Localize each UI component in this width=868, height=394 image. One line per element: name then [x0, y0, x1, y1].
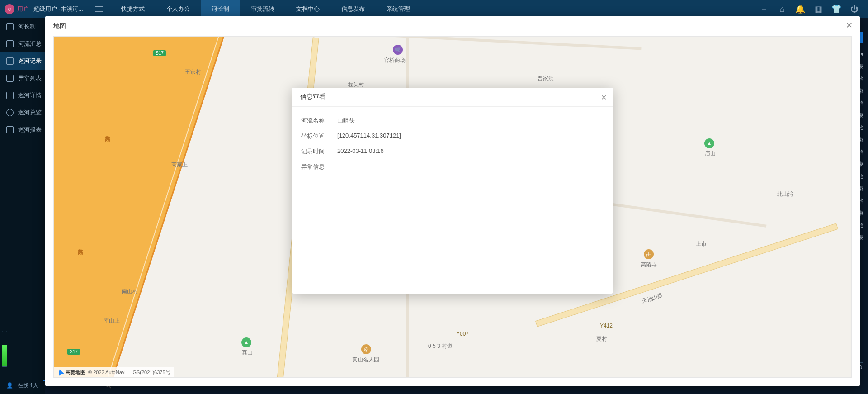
poi-shop-icon: 🛒 [393, 45, 403, 55]
map-modal-header: 地图 ✕ [45, 16, 860, 36]
poi-mountain-icon: ▲ [241, 337, 251, 347]
power-icon[interactable]: ⏻ [850, 5, 859, 14]
map-label-zhenshanmingren: 真山名人园 [352, 356, 379, 364]
info-dialog-header: 信息查看 ✕ [292, 88, 613, 107]
map-label-gaolingsi: 高陵寺 [641, 261, 657, 269]
info-row-time: 记录时间 2022-03-11 08:16 [301, 144, 604, 159]
sidebar-toggle[interactable] [88, 6, 110, 12]
user-name: 超级用户 -木渎河... [33, 5, 83, 13]
info-dialog-body: 河流名称 山咀头 坐标位置 [120.457114,31.307121] 记录时… [292, 107, 613, 181]
detail-icon [6, 92, 14, 99]
map-label-miaoshan: 庙山 [705, 150, 716, 157]
nav-personal[interactable]: 个人办公 [156, 0, 201, 18]
map-label-xiacun: 夏村 [596, 335, 607, 343]
map-modal: 地图 ✕ S17 S17 苏台高速 苏台高速 🛒 官桥商场 王家村 堰头村 曹家… [45, 16, 860, 386]
sidebar-item-river-summary[interactable]: 河流汇总 [0, 35, 45, 52]
info-row-river: 河流名称 山咀头 [301, 113, 604, 128]
sidebar-item-patrol-detail[interactable]: 巡河详情 [0, 87, 45, 104]
poi-scenic-icon: ◎ [361, 344, 371, 354]
add-icon[interactable]: ＋ [760, 5, 769, 14]
nav-docs[interactable]: 文档中心 [285, 0, 330, 18]
map-label-guanqiao: 官桥商场 [384, 57, 406, 64]
map-label-caojiabang: 曹家浜 [538, 75, 554, 82]
logo-area: ☺ 用户 超级用户 -木渎河... [0, 4, 88, 14]
map-label-wangjiacun: 王家村 [185, 68, 201, 76]
sidebar-item-exception[interactable]: 异常列表 [0, 70, 45, 87]
amap-logo: 高德地图 [57, 369, 85, 376]
map-label-gaojiashang: 高家上 [171, 161, 188, 169]
user-label: 用户 [17, 5, 29, 13]
map-label-cundao: 0 5 3 村道 [428, 342, 453, 350]
report-icon [6, 126, 14, 133]
map-modal-title: 地图 [53, 22, 66, 30]
road-badge-s17a: S17 [153, 50, 166, 56]
record-icon [6, 57, 14, 65]
sound-meter [2, 331, 7, 367]
map-attribution: 高德地图 © 2022 AutoNavi - GS(2021)6375号 [54, 367, 174, 377]
highway-shape [53, 36, 230, 378]
amap-icon [57, 368, 65, 376]
nav-quick[interactable]: 快捷方式 [110, 0, 156, 18]
warn-icon [6, 75, 14, 82]
top-nav: ☺ 用户 超级用户 -木渎河... 快捷方式 个人办公 河长制 审批流转 文档中… [0, 0, 868, 18]
poi-temple-icon: 卍 [644, 249, 654, 259]
theme-icon[interactable]: 👕 [832, 5, 841, 14]
nav-info[interactable]: 信息发布 [330, 0, 376, 18]
map-label-beishanwan: 北山湾 [777, 190, 793, 198]
info-row-coord: 坐标位置 [120.457114,31.307121] [301, 128, 604, 144]
info-row-exception: 异常信息 [301, 159, 604, 175]
poi-mountain2-icon: ▲ [704, 138, 714, 148]
gear-icon [6, 109, 14, 116]
info-dialog-title: 信息查看 [300, 93, 326, 101]
map-label-zhenshan: 真山 [242, 349, 253, 356]
info-close-icon[interactable]: ✕ [601, 93, 607, 102]
map-label-nanshancun: 南山村 [122, 288, 138, 295]
nav-system[interactable]: 系统管理 [376, 0, 421, 18]
menu-icon [95, 6, 103, 12]
nav-approval[interactable]: 审批流转 [240, 0, 285, 18]
close-icon[interactable]: ✕ [844, 21, 854, 30]
nav-river[interactable]: 河长制 [201, 0, 240, 18]
map-canvas[interactable]: S17 S17 苏台高速 苏台高速 🛒 官桥商场 王家村 堰头村 曹家浜 高家上… [53, 36, 852, 378]
apps-icon[interactable]: ▦ [814, 5, 823, 14]
nav-menu: 快捷方式 个人办公 河长制 审批流转 文档中心 信息发布 系统管理 [110, 0, 421, 18]
info-dialog: 信息查看 ✕ 河流名称 山咀头 坐标位置 [120.457114,31.3071… [292, 88, 613, 294]
map-label-y412: Y412 [600, 323, 613, 329]
home-icon[interactable]: ⌂ [778, 5, 787, 14]
list-icon [6, 40, 14, 47]
map-label-shangshi: 上市 [696, 240, 707, 248]
sidebar-item-patrol-report[interactable]: 巡河报表 [0, 121, 45, 138]
sidebar-item-river-system[interactable]: 河长制 [0, 18, 45, 35]
bell-icon[interactable]: 🔔 [796, 5, 805, 14]
map-label-y007: Y007 [456, 331, 469, 337]
logo-icon: ☺ [5, 4, 14, 14]
online-icon: 👤 [6, 382, 13, 389]
doc-icon [6, 23, 14, 30]
dropdown-icon: ▾ [861, 51, 863, 57]
map-label-nanshanshang: 南山上 [104, 317, 120, 325]
sidebar-item-patrol-record[interactable]: 巡河记录 [0, 52, 45, 70]
road-badge-s17b: S17 [67, 349, 80, 355]
online-text: 在线 1人 [18, 382, 38, 389]
map-label-tianchi: 天池山路 [641, 291, 664, 305]
nav-right: ＋ ⌂ 🔔 ▦ 👕 ⏻ [750, 5, 868, 14]
sidebar-item-patrol-overview[interactable]: 巡河总览 [0, 104, 45, 121]
